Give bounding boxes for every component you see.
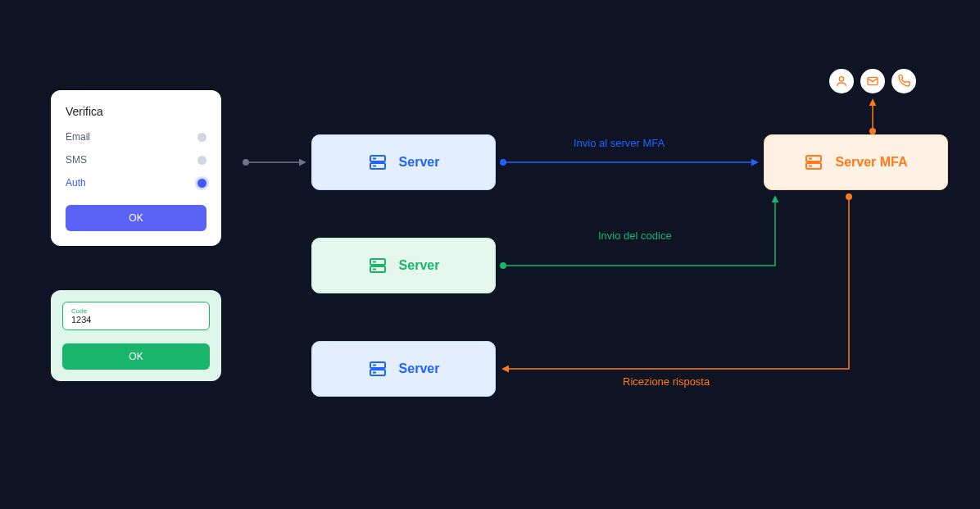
code-label: Code [71,307,201,315]
svg-rect-4 [370,259,385,265]
channel-user-icon [829,69,854,93]
server-box-1: Server [311,134,496,190]
code-ok-button[interactable]: OK [62,343,210,370]
radio-icon [197,179,206,188]
server-label: Server MFA [835,155,907,170]
flow-label-send-code: Invio del codice [598,230,672,242]
svg-point-18 [243,159,249,166]
svg-point-20 [500,159,506,166]
phone-icon [897,75,910,88]
svg-rect-1 [370,163,385,169]
server-mfa-box: Server MFA [764,134,948,190]
server-box-2: Server [311,238,496,293]
svg-rect-0 [370,156,385,161]
svg-point-22 [500,262,506,269]
mail-icon [866,75,879,88]
flow-label-receive: Ricezione risposta [623,375,710,388]
server-label: Server [399,155,440,170]
verify-option-email[interactable]: Email [66,131,206,143]
svg-point-16 [839,77,843,81]
svg-rect-12 [806,156,821,161]
svg-rect-5 [370,266,385,272]
verify-title: Verifica [66,105,206,118]
server-label: Server [399,258,440,273]
svg-rect-13 [806,163,821,169]
verify-option-label: SMS [66,154,87,166]
verify-option-sms[interactable]: SMS [66,154,206,166]
channel-email-icon [860,69,885,93]
code-card: Code 1234 OK [51,290,221,381]
svg-rect-8 [370,362,385,368]
svg-point-23 [869,128,876,134]
verify-option-label: Email [66,131,90,143]
server-box-3: Server [311,341,496,397]
verify-option-auth[interactable]: Auth [66,177,206,189]
verify-card: Verifica Email SMS Auth OK [51,90,221,246]
svg-point-25 [846,193,852,200]
svg-rect-9 [370,370,385,375]
server-icon [368,152,388,172]
code-value: 1234 [71,315,201,325]
channel-phone-icon [892,69,916,93]
user-icon [835,75,848,88]
radio-icon [197,156,206,165]
server-icon [804,152,823,172]
verify-option-label: Auth [66,177,86,189]
flow-label-to-mfa: Invio al server MFA [574,137,665,149]
server-icon [368,256,388,275]
radio-icon [197,133,206,142]
server-label: Server [399,361,440,376]
server-icon [368,359,388,379]
verify-ok-button[interactable]: OK [66,205,206,231]
code-input[interactable]: Code 1234 [62,302,210,330]
